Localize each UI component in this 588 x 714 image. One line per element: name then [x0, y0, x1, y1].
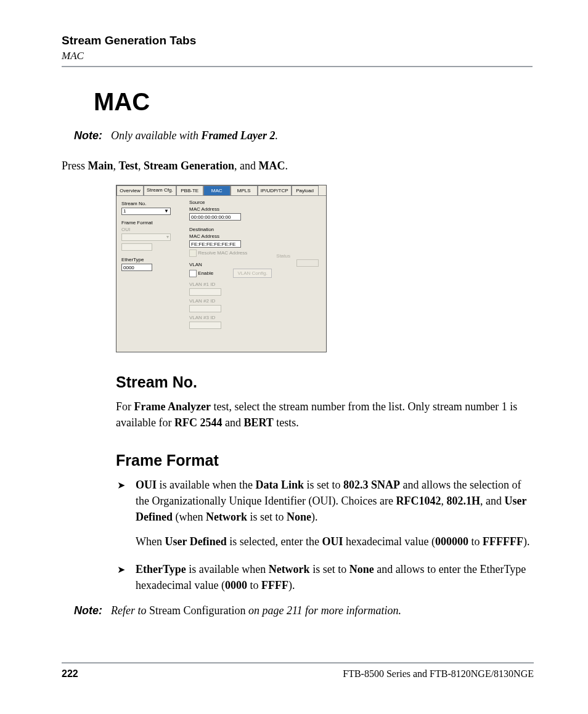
note-text: Only available with Framed Layer 2. — [111, 129, 278, 142]
tab-mac[interactable]: MAC — [203, 185, 231, 195]
vlan2-label: VLAN #2 ID — [189, 298, 321, 304]
header-rule — [62, 66, 533, 67]
note-text: Refer to Stream Configuration on page 21… — [111, 604, 401, 617]
vlan2-input — [189, 305, 221, 312]
page-footer: 222 FTB-8500 Series and FTB-8120NGE/8130… — [62, 662, 534, 680]
resolve-mac-checkbox — [189, 249, 197, 257]
tab-mpls[interactable]: MPLS — [231, 185, 258, 195]
page-title: MAC — [94, 88, 533, 116]
vlan-enable-checkbox[interactable] — [189, 270, 197, 277]
tab-payload[interactable]: Payload — [292, 185, 319, 195]
dest-mac-label: MAC Address — [189, 233, 321, 239]
ethertype-input[interactable]: 0000 — [121, 264, 152, 271]
oui-label: OUI — [121, 227, 183, 232]
section-stream-no: Stream No. — [116, 373, 533, 391]
product-name: FTB-8500 Series and FTB-8120NGE/8130NGE — [343, 668, 534, 680]
dest-mac-input[interactable]: FE:FE:FE:FE:FE:FE — [189, 240, 241, 248]
list-item-oui: OUI is available when the Data Link is s… — [117, 477, 533, 550]
tab-pbb-te[interactable]: PBB-TE — [176, 185, 203, 195]
stream-no-paragraph: For Frame Analyzer test, select the stre… — [116, 399, 533, 431]
note-reference: Note: Refer to Stream Configuration on p… — [74, 604, 533, 617]
resolve-mac-label: Resolve MAC Address — [198, 250, 247, 256]
oui-select: ▾ — [121, 233, 171, 241]
note-label: Note: — [74, 129, 102, 142]
status-label: Status — [276, 253, 290, 259]
vlan-config-button: VLAN Config. — [233, 269, 271, 278]
footer-rule — [62, 662, 534, 663]
source-group-title: Source — [189, 200, 321, 205]
list-item-ethertype: EtherType is available when Network is s… — [117, 561, 533, 593]
header-subtitle: MAC — [62, 50, 533, 62]
frame-format-label: Frame Format — [121, 220, 183, 225]
destination-group-title: Destination — [189, 227, 321, 232]
note-availability: Note: Only available with Framed Layer 2… — [74, 129, 533, 142]
frame-format-list: OUI is available when the Data Link is s… — [117, 477, 533, 593]
vlan1-label: VLAN #1 ID — [189, 282, 321, 287]
oui-subparagraph: When User Defined is selected, enter the… — [136, 533, 533, 550]
page-header: Stream Generation Tabs MAC — [62, 34, 533, 67]
page-number: 222 — [62, 668, 78, 680]
ethertype-label: EtherType — [121, 257, 183, 262]
chevron-down-icon: ▾ — [166, 233, 169, 241]
source-mac-input[interactable]: 00:00:00:00:00:00 — [189, 213, 241, 221]
press-instruction: Press Main, Test, Stream Generation, and… — [62, 160, 533, 172]
vlan3-label: VLAN #3 ID — [189, 315, 321, 320]
status-box — [296, 259, 319, 267]
header-title: Stream Generation Tabs — [62, 34, 533, 47]
stream-no-select[interactable]: 1▼ — [121, 208, 171, 215]
oui-hex-input — [121, 243, 152, 251]
tab-bar: Overview Stream Cfg. PBB-TE MAC MPLS IP/… — [116, 185, 326, 196]
vlan-enable-label: Enable — [198, 270, 213, 276]
note-label: Note: — [74, 604, 102, 617]
tab-ip-udp-tcp[interactable]: IP/UDP/TCP — [258, 185, 292, 195]
vlan1-input — [189, 288, 221, 296]
chevron-down-icon: ▼ — [164, 208, 169, 215]
section-frame-format: Frame Format — [116, 452, 533, 469]
screenshot-mac-tab: Overview Stream Cfg. PBB-TE MAC MPLS IP/… — [116, 185, 327, 352]
stream-no-label: Stream No. — [121, 201, 183, 206]
source-mac-label: MAC Address — [189, 206, 321, 212]
tab-overview[interactable]: Overview — [116, 185, 144, 195]
tab-stream-cfg[interactable]: Stream Cfg. — [144, 185, 176, 195]
vlan3-input — [189, 322, 221, 329]
